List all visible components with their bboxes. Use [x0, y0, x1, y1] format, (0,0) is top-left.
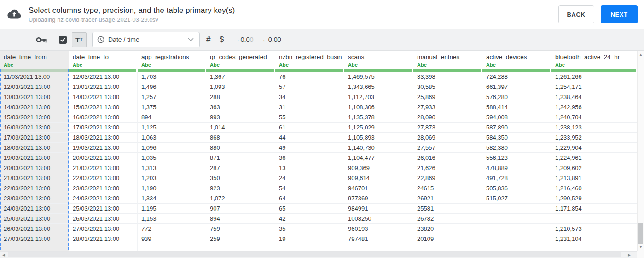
column-type-dropdown[interactable]: Date / time — [92, 32, 200, 47]
decimal-increase-button[interactable]: →0.00 — [234, 36, 253, 43]
cell[interactable]: 1,469,575 — [344, 72, 413, 82]
cell[interactable]: 16/03/2021 13:00 — [69, 112, 138, 123]
cell[interactable]: 21/03/2021 13:00 — [0, 173, 69, 183]
cell[interactable]: 11/03/2021 13:00 — [0, 72, 69, 82]
cell[interactable]: 1,104,477 — [344, 153, 413, 163]
cell[interactable]: 24/03/2021 13:00 — [0, 204, 69, 214]
scroll-right-icon[interactable]: ▶ — [628, 253, 631, 257]
cell[interactable]: 31 — [275, 102, 344, 112]
cell[interactable]: 1,105,893 — [344, 133, 413, 143]
cell[interactable]: 21/03/2021 13:00 — [69, 163, 138, 173]
cell[interactable]: 1,096 — [138, 143, 206, 153]
column-header-active_devices[interactable]: active_devicesAbc — [482, 51, 551, 69]
cell[interactable]: 1,334 — [138, 194, 206, 204]
cell[interactable] — [482, 234, 551, 244]
cell[interactable]: 22/03/2021 13:00 — [0, 183, 69, 194]
cell[interactable]: 61 — [275, 123, 344, 133]
cell[interactable]: 30,585 — [413, 82, 482, 92]
column-header-nzbn_registered_busine[interactable]: nzbn_registered_busineAbc — [275, 51, 344, 69]
cell[interactable]: 759 — [206, 224, 275, 234]
cell[interactable]: 1,313 — [138, 163, 206, 173]
cell[interactable]: 363 — [206, 102, 275, 112]
cell[interactable]: 946701 — [344, 183, 413, 194]
cell[interactable]: 23/03/2021 13:00 — [0, 194, 69, 204]
cell[interactable]: 505,836 — [482, 183, 551, 194]
cell[interactable]: 1,229,904 — [551, 143, 637, 153]
cell[interactable]: 960193 — [344, 224, 413, 234]
horizontal-scrollbar[interactable]: ◀ ▶ — [0, 251, 637, 258]
number-type-button[interactable]: # — [206, 35, 210, 44]
cell[interactable]: 26/03/2021 13:00 — [69, 214, 138, 224]
cell[interactable]: 1,063 — [138, 133, 206, 143]
cell[interactable]: 350 — [206, 173, 275, 183]
cell[interactable]: 23820 — [413, 224, 482, 234]
cell[interactable]: 1,190 — [138, 183, 206, 194]
cell[interactable]: 19 — [275, 234, 344, 244]
cell[interactable]: 923 — [206, 183, 275, 194]
cell[interactable]: 24615 — [413, 183, 482, 194]
cell[interactable]: 1,195 — [138, 204, 206, 214]
cell[interactable]: 894 — [206, 214, 275, 224]
cell[interactable]: 33,398 — [413, 72, 482, 82]
cell[interactable]: 1,233,952 — [551, 133, 637, 143]
decimal-decrease-button[interactable]: ←0.00 — [262, 36, 281, 43]
text-type-button[interactable]: TT — [72, 32, 87, 47]
cell[interactable]: 20/03/2021 13:00 — [69, 153, 138, 163]
cell[interactable]: 21,626 — [413, 163, 482, 173]
cell[interactable]: 984991 — [344, 204, 413, 214]
cell[interactable]: 27,933 — [413, 102, 482, 112]
cell[interactable]: 880 — [206, 143, 275, 153]
cell[interactable]: 13/03/2021 13:00 — [0, 92, 69, 102]
cell[interactable]: 894 — [138, 112, 206, 123]
scroll-left-icon[interactable]: ◀ — [2, 253, 5, 257]
cell[interactable]: 1,216,460 — [551, 183, 637, 194]
cell[interactable]: 576,280 — [482, 92, 551, 102]
include-column-checkbox[interactable] — [59, 36, 67, 44]
cell[interactable]: 15/03/2021 13:00 — [69, 102, 138, 112]
cell[interactable]: 1,240,704 — [551, 112, 637, 123]
cell[interactable]: 871 — [206, 153, 275, 163]
cell[interactable]: 1,210,573 — [551, 224, 637, 234]
primary-key-icon[interactable] — [36, 37, 47, 43]
cell[interactable]: 25,869 — [413, 92, 482, 102]
cell[interactable]: 1,108,306 — [344, 102, 413, 112]
cell[interactable]: 12/03/2021 13:00 — [0, 82, 69, 92]
vertical-scrollbar[interactable]: ▲ ▼ — [637, 51, 644, 251]
cell[interactable]: 24/03/2021 13:00 — [69, 194, 138, 204]
cell[interactable]: 594,008 — [482, 112, 551, 123]
cell[interactable]: 55 — [275, 112, 344, 123]
cell[interactable]: 1,343,665 — [344, 82, 413, 92]
cell[interactable]: 515,027 — [482, 194, 551, 204]
cell[interactable]: 1,093 — [206, 82, 275, 92]
cell[interactable]: 26921 — [413, 194, 482, 204]
cell[interactable]: 1,125,029 — [344, 123, 413, 133]
cell[interactable]: 13 — [275, 163, 344, 173]
next-button[interactable]: NEXT — [601, 5, 638, 23]
cell[interactable]: 57 — [275, 82, 344, 92]
cell[interactable] — [482, 224, 551, 234]
cell[interactable]: 49 — [275, 143, 344, 153]
cell[interactable]: 661,397 — [482, 82, 551, 92]
cell[interactable]: 1,242,956 — [551, 102, 637, 112]
cell[interactable]: 1,125 — [138, 123, 206, 133]
cell[interactable]: 19/03/2021 13:00 — [0, 153, 69, 163]
cell[interactable]: 18/03/2021 13:00 — [0, 143, 69, 153]
currency-type-button[interactable]: $ — [220, 35, 224, 44]
cell[interactable]: 1,238,123 — [551, 123, 637, 133]
cell[interactable]: 17/03/2021 13:00 — [69, 123, 138, 133]
column-header-scans[interactable]: scansAbc — [344, 51, 413, 69]
column-header-date_time_from[interactable]: date_time_fromAbc — [0, 51, 69, 69]
cell[interactable]: 1,703 — [138, 72, 206, 82]
cell[interactable]: 26,016 — [413, 153, 482, 163]
cell[interactable]: 20109 — [413, 234, 482, 244]
cell[interactable]: 25581 — [413, 204, 482, 214]
horizontal-scrollbar-thumb[interactable] — [8, 252, 621, 257]
cell[interactable]: 478,889 — [482, 163, 551, 173]
cell[interactable]: 16/03/2021 13:00 — [0, 123, 69, 133]
cell[interactable]: 17/03/2021 13:00 — [0, 133, 69, 143]
cell[interactable] — [551, 214, 637, 224]
cell[interactable]: 587,890 — [482, 123, 551, 133]
cell[interactable]: 1008250 — [344, 214, 413, 224]
cell[interactable]: 588,414 — [482, 102, 551, 112]
cell[interactable]: 23/03/2021 13:00 — [69, 183, 138, 194]
